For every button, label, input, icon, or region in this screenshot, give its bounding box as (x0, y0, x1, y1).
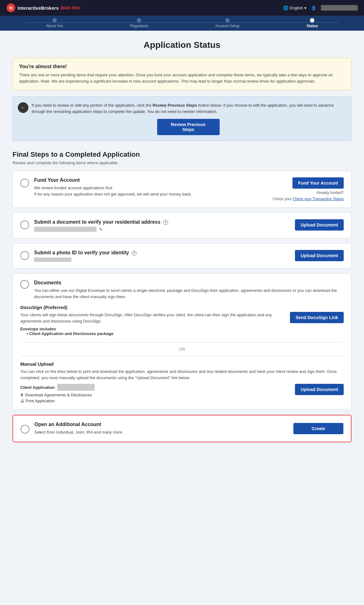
additional-account-card: Open an Additional Account Select from I… (12, 415, 352, 442)
step-dot-about-you (52, 18, 57, 23)
step-dot-regulatory (137, 18, 141, 23)
transaction-status-link: Check your Check your Transaction Status (273, 197, 344, 201)
review-previous-steps-button[interactable]: Review Previous Steps (157, 119, 220, 135)
documents-desc: You can either use our Digital Envelope … (34, 287, 344, 300)
additional-account-checkbox[interactable] (21, 425, 29, 434)
verify-address-checkbox[interactable] (20, 221, 29, 229)
verify-address-content: Submit a document to verify your residen… (34, 219, 290, 232)
or-divider: OR (20, 342, 344, 356)
progress-bar: About You Regulatory Account Setup Statu… (0, 16, 364, 31)
already-funded-text: Already funded? (317, 191, 344, 195)
step-label-about-you: About You (46, 24, 63, 28)
print-icon: 🖨 (20, 399, 24, 403)
documents-checkbox[interactable] (20, 280, 29, 289)
address-blurred-input (34, 227, 97, 232)
upload-document-address-button[interactable]: Upload Document (295, 219, 344, 231)
documents-card: Documents You can either use our Digital… (12, 273, 352, 410)
verify-address-title: Submit a document to verify your residen… (34, 219, 290, 225)
ibkr-pro-label: IBKR PRO (61, 6, 81, 10)
upload-document-identity-button[interactable]: Upload Document (295, 250, 344, 261)
verify-identity-help-icon[interactable]: ? (132, 251, 137, 256)
svg-text:IB: IB (9, 6, 13, 10)
step-regulatory[interactable]: Regulatory (130, 18, 148, 28)
chevron-down-icon: ▾ (304, 6, 307, 10)
send-docusign-link-button[interactable]: Send DocuSign Link (290, 312, 344, 323)
logo-text: InteractiveBrokers (17, 5, 59, 11)
envelope-label: Envelope includes (20, 327, 284, 331)
client-app-label: Client Application (20, 385, 55, 390)
manual-upload-desc: You can click on the links below to prin… (20, 369, 344, 381)
fund-account-title: Fund Your Account (34, 177, 268, 183)
step-dot-account-setup (225, 18, 230, 23)
verify-identity-checkbox[interactable] (20, 251, 29, 260)
info-box-text: If you need to review or edit any portio… (32, 102, 345, 114)
manual-upload-action: Upload Document (295, 384, 344, 395)
additional-account-desc: Select from Individual, Joint, IRA and m… (34, 429, 288, 435)
client-app-blurred (57, 384, 95, 391)
step-dot-status (310, 18, 314, 23)
step-about-you[interactable]: About You (46, 18, 63, 28)
additional-account-action: Create (293, 423, 343, 434)
envelope-item: • Client Application and Disclosures pac… (27, 331, 284, 336)
user-icon[interactable]: 👤 (311, 6, 316, 10)
documents-header: Documents You can either use our Digital… (20, 280, 344, 300)
manual-row: Client Application ⬇ Download Agreements… (20, 384, 344, 403)
globe-icon: 🌐 (283, 5, 288, 10)
logo-area: IB InteractiveBrokers IBKR PRO (6, 3, 80, 13)
fund-account-action: Fund Your Account Already funded? Check … (273, 177, 344, 201)
verify-address-help-icon[interactable]: ? (163, 220, 168, 225)
alert-box: You're almost there! There are one or mo… (12, 58, 352, 90)
step-label-account-setup: Account Setup (215, 24, 240, 28)
verify-address-card: Submit a document to verify your residen… (12, 213, 352, 238)
manual-left: Client Application ⬇ Download Agreements… (20, 384, 289, 403)
additional-account-content: Open an Additional Account Select from I… (34, 422, 288, 435)
ib-logo-icon: IB (6, 3, 16, 13)
verify-identity-card: Submit a photo ID to verify your identit… (12, 243, 352, 268)
address-edit-icon[interactable]: ✎ (99, 227, 103, 232)
fund-account-card: Fund Your Account We review funded accou… (12, 171, 352, 208)
user-account-label: ████████████ (321, 5, 358, 11)
step-status[interactable]: Status (307, 18, 318, 28)
docusign-title: DocuSign (Preferred) (20, 305, 344, 310)
final-steps-subtitle: Review and complete the following items … (12, 160, 352, 165)
final-steps-title: Final Steps to a Completed Application (12, 150, 352, 159)
fund-account-desc: We review funded account applications fi… (34, 185, 268, 197)
transaction-status-anchor[interactable]: Check your Transaction Status (293, 197, 344, 201)
verify-address-action: Upload Document (295, 219, 344, 231)
page-title: Application Status (12, 40, 352, 50)
main-content: Application Status You're almost there! … (0, 31, 364, 605)
alert-title: You're almost there! (19, 64, 345, 69)
info-box: ← If you need to review or edit any port… (12, 96, 352, 141)
back-arrow-button[interactable]: ← (18, 102, 28, 113)
docusign-section: DocuSign (Preferred) Your clients will s… (20, 305, 344, 336)
manual-upload-title: Manual Upload (20, 361, 344, 367)
language-selector[interactable]: 🌐 English ▾ (283, 5, 307, 10)
create-additional-account-button[interactable]: Create (293, 423, 343, 434)
alert-body: There are one or more pending items that… (19, 72, 345, 84)
print-application-link[interactable]: 🖨 Print Application (20, 399, 289, 403)
documents-title: Documents (34, 280, 344, 286)
nav-right: 🌐 English ▾ 👤 ████████████ (283, 5, 358, 11)
step-label-regulatory: Regulatory (130, 24, 148, 28)
id-blurred-field (34, 257, 72, 262)
verify-identity-action: Upload Document (295, 250, 344, 261)
step-account-setup[interactable]: Account Setup (215, 18, 240, 28)
step-label-status: Status (307, 24, 318, 28)
docusign-row: Your clients will sign these documents t… (20, 312, 344, 336)
manual-upload-section: Manual Upload You can click on the links… (20, 361, 344, 403)
verify-identity-title: Submit a photo ID to verify your identit… (34, 250, 290, 256)
top-navigation: IB InteractiveBrokers IBKR PRO 🌐 English… (0, 0, 364, 16)
documents-header-content: Documents You can either use our Digital… (34, 280, 344, 300)
docusign-action: Send DocuSign Link (290, 312, 344, 323)
client-app-row: Client Application (20, 384, 289, 391)
manual-upload-document-button[interactable]: Upload Document (295, 384, 344, 395)
address-input-row: ✎ (34, 227, 290, 232)
download-agreements-link[interactable]: ⬇ Download Agreements & Disclosures (20, 393, 289, 397)
fund-account-checkbox[interactable] (20, 179, 29, 187)
steps-container: About You Regulatory Account Setup Statu… (0, 18, 364, 31)
verify-identity-content: Submit a photo ID to verify your identit… (34, 250, 290, 262)
download-icon: ⬇ (20, 393, 24, 397)
docusign-left: Your clients will sign these documents t… (20, 312, 284, 336)
fund-account-content: Fund Your Account We review funded accou… (34, 177, 268, 197)
fund-your-account-button[interactable]: Fund Your Account (292, 177, 344, 189)
